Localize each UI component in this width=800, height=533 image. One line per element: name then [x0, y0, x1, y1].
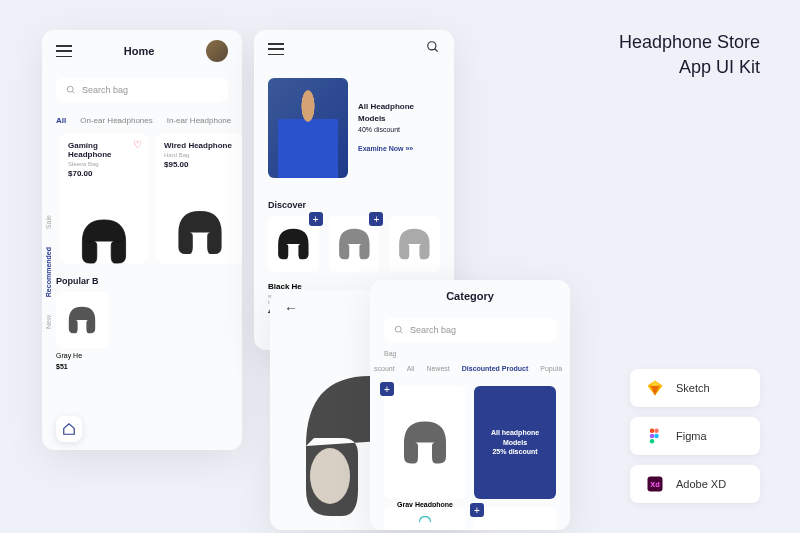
category-screen: Category Search bag Bag scount All Newes…: [370, 280, 570, 530]
side-tab-sale[interactable]: Sale: [45, 215, 52, 229]
promo-line2: 25% discount: [492, 447, 537, 457]
discover-card[interactable]: +: [329, 216, 380, 272]
promo-line1: All headphone Models: [480, 428, 550, 448]
tools-list: Sketch Figma Xd Adobe XD: [630, 369, 760, 503]
promo-card[interactable]: All headphone Models 25% discount: [474, 386, 556, 499]
svg-point-11: [654, 434, 659, 439]
side-tabs: Sale Recommended New: [45, 215, 52, 329]
svg-point-6: [395, 326, 401, 332]
product-price: $95.00: [164, 160, 236, 169]
hero-subtitle: 40% discount: [358, 126, 440, 133]
svg-point-8: [650, 429, 655, 434]
side-label: scount: [374, 365, 395, 372]
svg-point-10: [650, 434, 655, 439]
hero-text: All Headphone Models 40% discount Examin…: [358, 101, 440, 154]
popular-name: Gray He: [42, 348, 242, 363]
adobe-xd-icon: Xd: [646, 475, 664, 493]
search-placeholder: Search bag: [410, 325, 456, 335]
hero-title: All Headphone Models: [358, 101, 440, 123]
discover-title: Discover: [254, 188, 454, 216]
svg-line-3: [435, 49, 438, 52]
category-tabs: scount All Newest Discounted Product Pop…: [370, 359, 570, 378]
popular-list: [42, 292, 242, 348]
headphone-image: [164, 175, 236, 264]
product-sub: Hard Bag: [164, 152, 236, 158]
title-line2: App UI Kit: [619, 55, 760, 80]
svg-text:Xd: Xd: [650, 480, 660, 489]
add-icon[interactable]: +: [369, 212, 383, 226]
tab-on-ear[interactable]: On-ear Headphones: [80, 116, 153, 125]
svg-point-0: [67, 86, 73, 92]
back-icon[interactable]: ←: [284, 300, 298, 316]
breadcrumb: Bag: [370, 348, 570, 359]
avatar[interactable]: [206, 40, 228, 62]
cat-tab-newest[interactable]: Newest: [426, 365, 449, 372]
side-tab-new[interactable]: New: [45, 315, 52, 329]
category-title: Category: [446, 290, 494, 302]
tool-label: Figma: [676, 430, 707, 442]
tab-all[interactable]: All: [56, 116, 66, 125]
product-price: $70.00: [68, 169, 140, 178]
svg-line-1: [72, 91, 74, 93]
product-card[interactable]: Gaming Headphone ♡ Sleeva Bag $70.00: [60, 133, 148, 264]
add-icon[interactable]: +: [380, 382, 394, 396]
headphone-image: [480, 513, 550, 530]
product-card[interactable]: Wired Headphone Hard Bag $95.00: [156, 133, 242, 264]
hero-banner[interactable]: All Headphone Models 40% discount Examin…: [254, 68, 454, 188]
search-icon[interactable]: [426, 40, 440, 58]
headphone-image: [68, 184, 140, 264]
figma-icon: [646, 427, 664, 445]
add-icon[interactable]: +: [309, 212, 323, 226]
product-sub: Sleeva Bag: [68, 161, 140, 167]
sketch-icon: [646, 379, 664, 397]
popular-title: Popular B: [42, 264, 242, 292]
search-input[interactable]: Search bag: [56, 78, 228, 102]
tool-label: Sketch: [676, 382, 710, 394]
category-card[interactable]: + Gray Headphone $70.00: [384, 386, 466, 499]
discover-list: + +: [254, 216, 454, 272]
cat-tab-all[interactable]: All: [407, 365, 415, 372]
category-card[interactable]: + Colorful Headphone $45.00: [474, 507, 556, 530]
home-nav-icon[interactable]: [56, 416, 82, 442]
search-input[interactable]: Search bag: [384, 318, 556, 342]
heart-icon[interactable]: ♡: [133, 139, 142, 150]
tool-label: Adobe XD: [676, 478, 726, 490]
menu-icon[interactable]: [268, 43, 284, 55]
popular-price: $51: [42, 363, 242, 370]
title-line1: Headphone Store: [619, 30, 760, 55]
category-grid: + Gray Headphone $70.00 All headphone Mo…: [370, 378, 570, 530]
category-tabs: All On-ear Headphones In-ear Headphone: [42, 108, 242, 133]
search-icon: [394, 325, 404, 335]
tool-figma[interactable]: Figma: [630, 417, 760, 455]
search-icon: [66, 85, 76, 95]
discover-card[interactable]: +: [268, 216, 319, 272]
product-list: Gaming Headphone ♡ Sleeva Bag $70.00 Wir…: [42, 133, 242, 264]
headphone-image: [60, 296, 104, 344]
popular-card[interactable]: [56, 292, 108, 348]
home-title: Home: [124, 45, 155, 57]
headphone-image: [390, 392, 460, 493]
tool-adobe-xd[interactable]: Xd Adobe XD: [630, 465, 760, 503]
menu-icon[interactable]: [56, 45, 72, 57]
svg-point-12: [650, 439, 655, 444]
search-placeholder: Search bag: [82, 85, 128, 95]
cat-tab-discounted[interactable]: Discounted Product: [462, 365, 529, 372]
svg-line-7: [400, 331, 402, 333]
product-name: Gaming Headphone: [68, 141, 140, 159]
page-title: Headphone Store App UI Kit: [619, 30, 760, 80]
headphone-image: [389, 216, 440, 272]
discover-card[interactable]: [389, 216, 440, 272]
headphone-image: [390, 513, 460, 530]
tool-sketch[interactable]: Sketch: [630, 369, 760, 407]
add-icon[interactable]: +: [470, 503, 484, 517]
tab-in-ear[interactable]: In-ear Headphone: [167, 116, 232, 125]
category-card[interactable]: [384, 507, 466, 530]
home-screen: Home Search bag All On-ear Headphones In…: [42, 30, 242, 450]
svg-point-9: [654, 429, 659, 434]
examine-link[interactable]: Examine Now »»: [358, 145, 413, 152]
home-header: Home: [42, 30, 242, 72]
browse-header: [254, 30, 454, 68]
side-tab-recommended[interactable]: Recommended: [45, 247, 52, 297]
cat-tab-popular[interactable]: Popula: [540, 365, 562, 372]
svg-point-4: [310, 448, 350, 504]
